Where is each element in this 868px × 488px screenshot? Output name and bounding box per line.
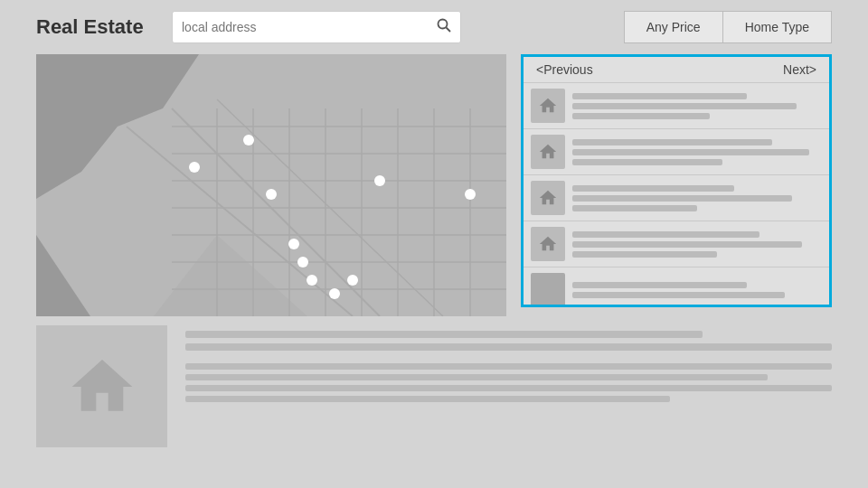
home-type-filter-button[interactable]: Home Type	[722, 11, 832, 43]
listing-line	[572, 149, 809, 155]
listing-text	[572, 282, 822, 298]
listing-line	[572, 195, 792, 202]
svg-point-24	[243, 135, 254, 145]
header: Real Estate Any Price Home Type	[0, 0, 868, 54]
map-container[interactable]	[36, 54, 506, 316]
price-filter-button[interactable]: Any Price	[624, 11, 722, 43]
search-icon	[437, 18, 451, 33]
filter-buttons: Any Price Home Type	[624, 11, 832, 43]
svg-point-30	[297, 257, 308, 267]
listing-line	[572, 103, 797, 109]
search-input[interactable]	[182, 20, 437, 34]
detail-line	[185, 385, 832, 391]
listing-text	[572, 139, 822, 165]
listing-thumbnail	[531, 135, 565, 169]
search-button[interactable]	[437, 18, 451, 36]
list-item[interactable]	[524, 128, 829, 174]
listing-text	[572, 231, 822, 258]
listing-text	[572, 93, 822, 119]
listing-panel: <Previous Next>	[521, 54, 832, 307]
detail-image	[36, 325, 167, 447]
detail-line	[185, 343, 832, 351]
svg-point-25	[189, 162, 200, 173]
home-icon	[538, 188, 558, 208]
detail-text	[185, 325, 832, 447]
listing-line	[572, 93, 747, 99]
svg-point-27	[266, 189, 277, 200]
svg-point-29	[288, 239, 299, 249]
listing-line	[572, 139, 772, 145]
detail-paragraph	[185, 363, 832, 402]
list-item[interactable]	[524, 174, 829, 221]
listing-line	[572, 185, 734, 192]
search-bar	[172, 11, 461, 43]
listing-line	[572, 251, 717, 258]
app-title: Real Estate	[36, 15, 154, 39]
prev-button[interactable]: <Previous	[536, 62, 593, 77]
map-svg	[36, 54, 506, 316]
svg-point-32	[329, 288, 340, 299]
svg-point-26	[374, 175, 385, 186]
home-icon	[538, 142, 558, 162]
listing-line	[572, 282, 747, 288]
listing-line	[572, 231, 760, 238]
listing-thumbnail	[531, 181, 565, 215]
detail-line	[185, 374, 768, 380]
svg-line-1	[447, 28, 451, 33]
listing-line	[572, 113, 710, 119]
listing-line	[572, 292, 785, 298]
svg-point-0	[439, 20, 448, 29]
listing-thumbnail	[531, 227, 565, 261]
bottom-detail	[0, 325, 868, 465]
listing-line	[572, 241, 802, 248]
list-item[interactable]	[524, 221, 829, 267]
list-item[interactable]	[524, 267, 829, 305]
svg-point-28	[465, 189, 476, 200]
list-item[interactable]	[524, 82, 829, 128]
next-button[interactable]: Next>	[783, 62, 816, 77]
main-content: <Previous Next>	[0, 54, 868, 325]
detail-line	[185, 396, 670, 402]
svg-point-33	[347, 275, 358, 286]
listing-thumbnail	[531, 89, 565, 123]
home-icon	[538, 96, 558, 116]
home-icon	[538, 234, 558, 254]
listing-text	[572, 185, 822, 211]
listing-thumbnail	[531, 273, 565, 305]
listing-line	[572, 205, 697, 211]
listing-line	[572, 159, 722, 165]
detail-line	[185, 331, 703, 338]
detail-home-icon	[66, 351, 138, 423]
listing-nav: <Previous Next>	[524, 57, 829, 82]
listing-items	[524, 82, 829, 305]
svg-point-31	[307, 275, 317, 286]
detail-line	[185, 363, 832, 370]
